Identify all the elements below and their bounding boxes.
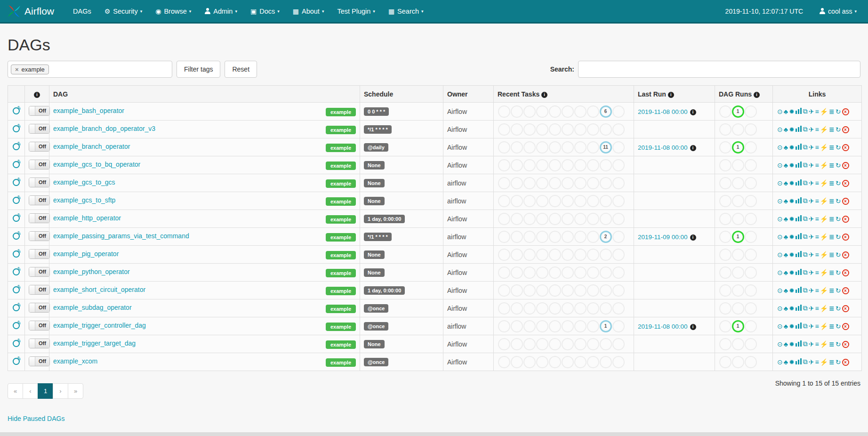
code-view-icon[interactable]: ⚡ [820, 323, 828, 330]
gantt-view-icon[interactable]: ≡ [815, 269, 819, 276]
task-tries-icon[interactable]: ⧉ [803, 125, 808, 133]
info-icon[interactable]: i [690, 324, 696, 330]
recent-task-circle[interactable] [549, 320, 561, 332]
trigger-dag-icon[interactable]: ⊙ [777, 358, 783, 366]
delete-dag-icon[interactable]: × [842, 322, 849, 330]
nav-item-security[interactable]: ⚙Security▾ [98, 0, 149, 22]
tasks-duration-icon[interactable] [796, 161, 802, 169]
dag-run-circle[interactable] [745, 195, 757, 207]
tree-view-icon[interactable]: ♣ [784, 269, 788, 276]
task-tries-icon[interactable]: ⧉ [803, 322, 808, 330]
recent-task-circle[interactable] [587, 320, 599, 332]
trigger-dag-icon[interactable]: ⊙ [777, 287, 783, 294]
dag-run-circle[interactable]: 1 [732, 231, 744, 243]
code-view-icon[interactable]: ⚡ [820, 269, 828, 276]
delete-dag-icon[interactable]: × [842, 215, 849, 223]
tasks-duration-icon[interactable] [796, 340, 802, 348]
graph-view-icon[interactable]: ✹ [789, 144, 795, 151]
pause-toggle[interactable]: Off [29, 231, 50, 241]
tag-filter-input[interactable]: × example [8, 61, 172, 78]
tasks-duration-icon[interactable] [796, 323, 802, 330]
recent-task-circle[interactable] [511, 213, 523, 225]
dag-run-circle[interactable] [732, 338, 744, 350]
last-run-link[interactable]: 2019-11-09 00:00 [638, 234, 688, 241]
recent-task-circle[interactable] [574, 213, 587, 225]
recent-task-circle[interactable] [536, 141, 548, 153]
recent-task-circle[interactable] [600, 338, 612, 350]
edit-dag-icon[interactable] [13, 197, 20, 204]
dag-link[interactable]: example_http_operator [53, 214, 121, 222]
dag-run-circle[interactable] [719, 105, 731, 118]
recent-task-circle[interactable] [549, 141, 561, 153]
remove-tag-icon[interactable]: × [15, 66, 19, 73]
recent-task-circle[interactable] [587, 213, 599, 225]
recent-task-circle[interactable] [511, 123, 523, 136]
code-view-icon[interactable]: ⚡ [820, 305, 828, 312]
recent-task-circle[interactable] [523, 338, 536, 350]
recent-task-circle[interactable] [536, 177, 548, 189]
dag-run-circle[interactable] [719, 302, 731, 315]
logs-icon[interactable]: ≣ [829, 287, 835, 294]
dag-run-circle[interactable] [719, 320, 731, 332]
dag-run-circle[interactable] [745, 123, 757, 136]
recent-task-circle[interactable] [511, 266, 523, 279]
dag-link[interactable]: example_short_circuit_operator [53, 286, 145, 293]
tree-view-icon[interactable]: ♣ [784, 179, 788, 187]
gantt-view-icon[interactable]: ≡ [815, 233, 819, 241]
dag-link[interactable]: example_gcs_to_gcs [53, 178, 115, 186]
schedule-badge[interactable]: @once [364, 322, 388, 331]
tag-badge[interactable]: example [326, 251, 356, 259]
refresh-icon[interactable]: ↻ [836, 179, 841, 187]
code-view-icon[interactable]: ⚡ [820, 340, 828, 348]
dag-run-circle[interactable] [745, 231, 757, 243]
recent-task-circle[interactable] [574, 284, 587, 297]
logs-icon[interactable]: ≣ [829, 269, 835, 276]
tasks-duration-icon[interactable] [796, 233, 802, 241]
recent-task-circle[interactable] [511, 338, 523, 350]
recent-task-circle[interactable] [600, 213, 612, 225]
recent-task-circle[interactable] [587, 266, 599, 279]
recent-task-circle[interactable] [549, 213, 561, 225]
code-view-icon[interactable]: ⚡ [820, 179, 828, 187]
task-tries-icon[interactable]: ⧉ [803, 250, 808, 258]
recent-task-circle[interactable] [549, 231, 561, 243]
recent-task-circle[interactable] [574, 249, 587, 261]
recent-task-circle[interactable] [587, 302, 599, 315]
user-menu[interactable]: cool ass ▾ [819, 8, 857, 15]
recent-task-circle[interactable] [600, 284, 612, 297]
logs-icon[interactable]: ≣ [829, 108, 835, 115]
recent-task-circle[interactable] [549, 177, 561, 189]
schedule-badge[interactable]: */1 * * * * [364, 233, 392, 241]
refresh-icon[interactable]: ↻ [836, 269, 841, 276]
trigger-dag-icon[interactable]: ⊙ [777, 340, 783, 348]
edit-dag-icon[interactable] [13, 125, 20, 132]
recent-task-circle[interactable] [587, 177, 599, 189]
recent-task-circle[interactable] [511, 249, 523, 261]
trigger-dag-icon[interactable]: ⊙ [777, 215, 783, 223]
tree-view-icon[interactable]: ♣ [784, 323, 788, 330]
trigger-dag-icon[interactable]: ⊙ [777, 197, 783, 205]
delete-dag-icon[interactable]: × [842, 340, 849, 348]
recent-task-circle[interactable] [574, 195, 587, 207]
recent-task-circle[interactable] [612, 284, 625, 297]
recent-task-circle[interactable] [600, 177, 612, 189]
recent-task-circle[interactable] [511, 105, 523, 118]
graph-view-icon[interactable]: ✹ [789, 251, 795, 258]
tasks-duration-icon[interactable] [796, 269, 802, 276]
delete-dag-icon[interactable]: × [842, 161, 849, 169]
tree-view-icon[interactable]: ♣ [784, 215, 788, 223]
code-view-icon[interactable]: ⚡ [820, 197, 828, 205]
recent-task-circle[interactable] [523, 266, 536, 279]
tag-badge[interactable]: example [326, 305, 356, 313]
gantt-view-icon[interactable]: ≡ [815, 305, 819, 312]
logs-icon[interactable]: ≣ [829, 161, 835, 169]
dag-link[interactable]: example_trigger_controller_dag [53, 322, 146, 329]
recent-task-circle[interactable] [549, 159, 561, 171]
recent-task-circle[interactable] [536, 284, 548, 297]
schedule-badge[interactable]: None [364, 197, 385, 205]
pause-toggle[interactable]: Off [29, 106, 50, 116]
recent-task-circle[interactable] [536, 320, 548, 332]
recent-task-circle[interactable] [612, 177, 625, 189]
trigger-dag-icon[interactable]: ⊙ [777, 161, 783, 169]
logs-icon[interactable]: ≣ [829, 126, 835, 133]
